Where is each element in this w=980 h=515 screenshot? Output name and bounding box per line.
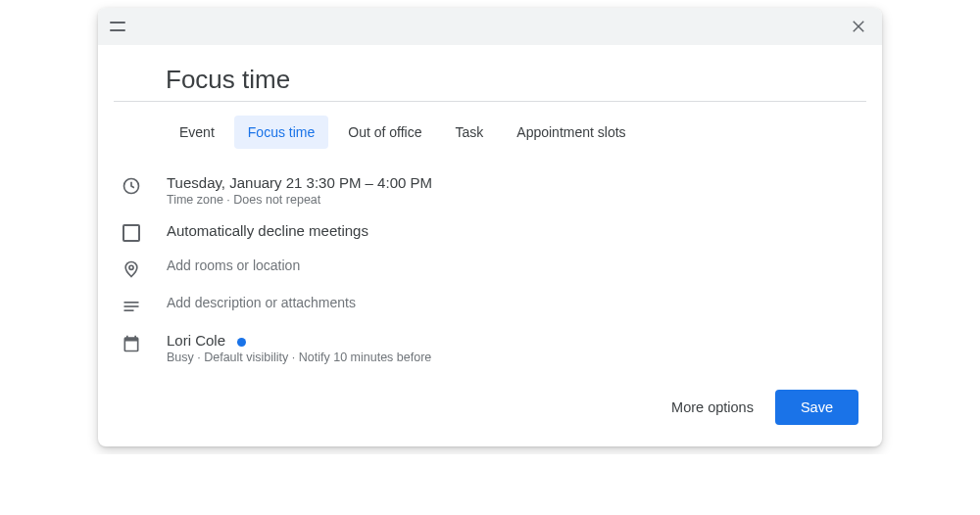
actions-row: More options Save [114,372,866,431]
title-input[interactable] [166,65,866,95]
event-type-tabs: Event Focus time Out of office Task Appo… [114,102,866,166]
clock-icon [114,174,149,196]
location-pin-icon [114,258,149,279]
more-options-button[interactable]: More options [671,399,754,415]
tab-appointment-slots[interactable]: Appointment slots [503,116,639,149]
datetime-content: Tuesday, January 21 3:30 PM – 4:00 PM Ti… [167,174,866,207]
save-button[interactable]: Save [775,390,858,425]
auto-decline-row[interactable]: Automatically decline meetings [114,214,866,250]
tab-out-of-office[interactable]: Out of office [334,116,435,149]
description-row[interactable]: Add description or attachments [114,287,866,324]
datetime-row[interactable]: Tuesday, January 21 3:30 PM – 4:00 PM Ti… [114,166,866,214]
organizer-name: Lori Cole [167,332,225,349]
dialog-content: Event Focus time Out of office Task Appo… [98,45,882,446]
datetime-main-text: Tuesday, January 21 3:30 PM – 4:00 PM [167,174,866,191]
location-row[interactable]: Add rooms or location [114,250,866,287]
organizer-color-dot [237,338,246,347]
calendar-icon [114,332,149,353]
svg-rect-5 [124,305,139,307]
close-icon[interactable] [847,15,870,38]
organizer-name-line: Lori Cole [167,332,866,349]
description-placeholder: Add description or attachments [167,295,866,310]
tab-task[interactable]: Task [442,116,498,149]
description-content: Add description or attachments [167,295,866,310]
tab-focus-time[interactable]: Focus time [234,116,328,149]
svg-point-3 [129,265,133,269]
auto-decline-content: Automatically decline meetings [167,222,866,239]
auto-decline-label: Automatically decline meetings [167,222,866,239]
title-row [114,45,866,102]
checkbox-icon[interactable] [114,222,149,242]
location-placeholder: Add rooms or location [167,258,866,273]
dialog-header [98,8,882,45]
organizer-content: Lori Cole Busy · Default visibility · No… [167,332,866,364]
organizer-row[interactable]: Lori Cole Busy · Default visibility · No… [114,324,866,372]
drag-handle-icon[interactable] [110,22,125,31]
tab-event[interactable]: Event [166,116,228,149]
location-content: Add rooms or location [167,258,866,273]
organizer-status: Busy · Default visibility · Notify 10 mi… [167,351,866,364]
svg-rect-4 [124,302,139,304]
svg-rect-6 [124,309,134,311]
datetime-sub-text: Time zone · Does not repeat [167,193,866,207]
event-create-dialog: Event Focus time Out of office Task Appo… [98,8,882,446]
description-icon [114,295,149,316]
